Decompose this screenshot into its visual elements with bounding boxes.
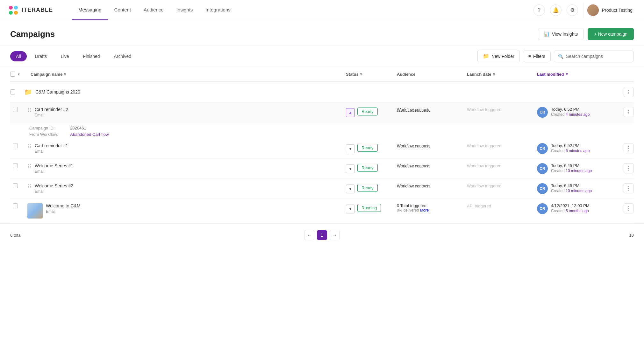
campaign-launch-col: Workflow triggered xyxy=(467,163,537,168)
drag-handle-icon[interactable]: ⠿ xyxy=(27,163,32,170)
campaign-name-col: ⠿ Welcome Series #2 Email xyxy=(24,183,346,194)
created-link[interactable]: 4 minutes ago xyxy=(566,112,590,117)
campaign-row: Welcome to C&M Email ▾ Running 0 Total t… xyxy=(10,199,634,223)
page-title: Campaigns xyxy=(10,29,538,39)
svg-point-0 xyxy=(9,6,13,10)
campaign-id-value: 2820461 xyxy=(70,126,86,130)
campaign-menu-button[interactable]: ⋮ xyxy=(624,203,634,213)
help-button[interactable]: ? xyxy=(533,4,545,16)
campaign-info: Welcome Series #2 Email xyxy=(35,183,73,194)
table-header: ▼ Campaign name ⇅ Status ⇅ Audience Laun… xyxy=(10,67,634,82)
tab-drafts[interactable]: Drafts xyxy=(29,51,53,61)
campaign-checkbox[interactable] xyxy=(10,183,24,188)
page-size: 10 xyxy=(629,233,634,238)
expand-button[interactable]: ▾ xyxy=(346,184,355,193)
notifications-button[interactable]: 🔔 xyxy=(550,4,562,16)
campaign-last-mod-col: CR Today, 6:45 PM Created 10 minutes ago xyxy=(537,183,620,194)
column-last-modified[interactable]: Last modified ▼ xyxy=(537,72,620,77)
campaign-menu-button[interactable]: ⋮ xyxy=(624,107,634,117)
expand-button[interactable]: ▾ xyxy=(346,205,355,213)
filters-button[interactable]: ≡ Filters xyxy=(523,51,551,62)
campaign-checkbox[interactable] xyxy=(10,203,24,208)
mod-info: 4/12/2021, 12:00 PM Created 5 months ago xyxy=(551,203,590,213)
expand-button[interactable]: ▾ xyxy=(346,144,355,153)
next-page-button[interactable]: → xyxy=(330,230,340,240)
column-status[interactable]: Status ⇅ xyxy=(346,72,397,77)
more-link[interactable]: More xyxy=(420,208,429,212)
nav-insights[interactable]: Insights xyxy=(170,0,199,20)
filters-bar: All Drafts Live Finished Archived 📁 New … xyxy=(0,45,644,67)
campaign-last-mod-col: CR Today, 6:52 PM Created 6 minutes ago xyxy=(537,143,620,154)
created-link[interactable]: 10 minutes ago xyxy=(566,189,592,193)
avatar: CR xyxy=(537,143,548,154)
created-link[interactable]: 6 minutes ago xyxy=(566,149,590,153)
page-controls: ← 1 → xyxy=(304,230,340,240)
campaign-audience-col: Workflow contacts xyxy=(397,107,467,112)
top-nav: ITERABLE Messaging Content Audience Insi… xyxy=(0,0,644,20)
tab-all[interactable]: All xyxy=(10,51,27,61)
column-audience: Audience xyxy=(397,72,467,77)
campaign-last-mod-col: CR 4/12/2021, 12:00 PM Created 5 months … xyxy=(537,203,620,214)
settings-button[interactable]: ⚙ xyxy=(567,4,578,16)
campaign-menu-button[interactable]: ⋮ xyxy=(624,183,634,193)
search-icon: 🔍 xyxy=(558,54,563,59)
campaign-id-row: Campaign ID: 2820461 xyxy=(29,126,634,130)
workflow-link[interactable]: Abandoned Cart flow xyxy=(70,132,109,137)
campaign-audience-col: 0 Total triggered 0% delivered More xyxy=(397,203,467,212)
folder-menu-button[interactable]: ⋮ xyxy=(624,87,634,97)
nav-links: Messaging Content Audience Insights Inte… xyxy=(72,0,533,20)
avatar: CR xyxy=(537,107,548,118)
campaign-name-col: ⠿ Cart reminder #2 Email xyxy=(24,107,346,117)
folder-checkbox[interactable] xyxy=(10,89,24,94)
campaign-last-mod-col: CR Today, 6:52 PM Created 4 minutes ago xyxy=(537,107,620,118)
expand-button[interactable]: ▲ xyxy=(346,108,355,117)
iterable-logo-icon xyxy=(8,4,19,16)
campaign-checkbox[interactable] xyxy=(10,163,24,168)
tab-live[interactable]: Live xyxy=(55,51,75,61)
folder-row: 📁 C&M Campaigns 2020 ⋮ xyxy=(10,82,634,102)
page-header: Campaigns 📊 View insights + New campaign xyxy=(0,20,644,45)
chevron-down-icon[interactable]: ▼ xyxy=(17,73,20,76)
user-name: Product Testing xyxy=(602,8,633,13)
campaign-checkbox[interactable] xyxy=(10,107,24,112)
user-badge[interactable]: Product Testing xyxy=(583,3,636,18)
select-all-checkbox[interactable]: ▼ xyxy=(10,72,24,77)
campaign-name-col: ⠿ Cart reminder #1 Email xyxy=(24,143,346,154)
drag-handle-icon[interactable]: ⠿ xyxy=(27,107,32,114)
campaign-audience-col: Workflow contacts xyxy=(397,183,467,188)
drag-handle-icon[interactable]: ⠿ xyxy=(27,143,32,150)
column-launch-date[interactable]: Launch date ⇅ xyxy=(467,72,537,77)
nav-content[interactable]: Content xyxy=(108,0,138,20)
nav-messaging[interactable]: Messaging xyxy=(72,0,108,20)
page-1-button[interactable]: 1 xyxy=(317,230,327,240)
search-input[interactable] xyxy=(566,51,630,62)
drag-handle-icon[interactable]: ⠿ xyxy=(27,183,32,190)
view-insights-button[interactable]: 📊 View insights xyxy=(538,28,584,40)
filter-icon: ≡ xyxy=(528,54,531,59)
workflow-row: From Workflow: Abandoned Cart flow xyxy=(29,132,634,137)
svg-point-2 xyxy=(9,11,13,15)
created-link[interactable]: 5 months ago xyxy=(566,209,589,213)
nav-audience[interactable]: Audience xyxy=(137,0,170,20)
new-folder-button[interactable]: 📁 New Folder xyxy=(477,50,520,62)
campaign-last-mod-col: CR Today, 6:45 PM Created 10 minutes ago xyxy=(537,163,620,174)
created-link[interactable]: 10 minutes ago xyxy=(566,169,592,173)
campaign-audience-col: Workflow contacts xyxy=(397,163,467,168)
campaign-row: ⠿ Welcome Series #1 Email ▾ Ready Workfl… xyxy=(10,159,634,179)
campaign-menu-button[interactable]: ⋮ xyxy=(624,143,634,153)
column-campaign-name[interactable]: Campaign name ⇅ xyxy=(24,72,346,77)
tab-finished[interactable]: Finished xyxy=(77,51,106,61)
campaign-launch-col: Workflow triggered xyxy=(467,143,537,148)
new-campaign-button[interactable]: + New campaign xyxy=(588,28,634,40)
tab-archived[interactable]: Archived xyxy=(108,51,137,61)
avatar xyxy=(587,4,599,16)
campaign-thumbnail xyxy=(27,203,43,219)
campaign-row: ⠿ Welcome Series #2 Email ▾ Ready Workfl… xyxy=(10,179,634,199)
expand-button[interactable]: ▾ xyxy=(346,164,355,173)
campaign-name-col: ⠿ Welcome Series #1 Email xyxy=(24,163,346,174)
campaign-checkbox[interactable] xyxy=(10,143,24,148)
campaign-menu-button[interactable]: ⋮ xyxy=(624,163,634,173)
campaign-status-col: ▲ Ready xyxy=(346,107,397,117)
nav-integrations[interactable]: Integrations xyxy=(199,0,237,20)
prev-page-button[interactable]: ← xyxy=(304,230,314,240)
